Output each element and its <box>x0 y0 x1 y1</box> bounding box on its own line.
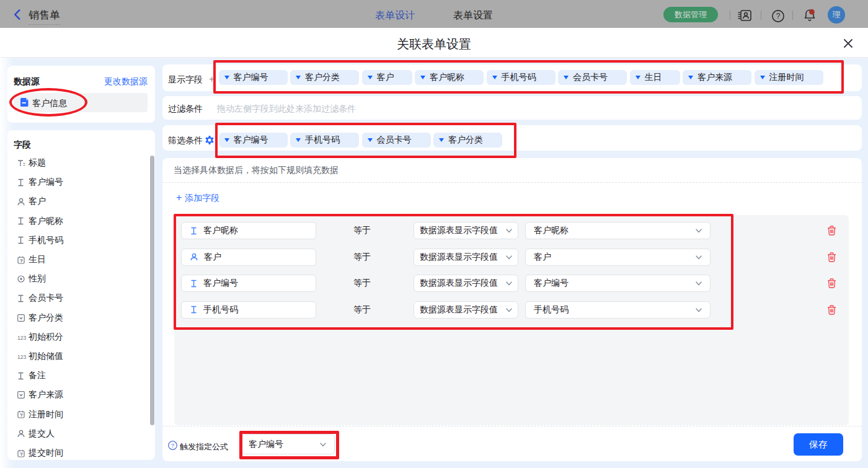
svg-text:123: 123 <box>17 334 26 340</box>
svg-text:?: ? <box>776 12 781 20</box>
svg-text:123: 123 <box>17 354 26 360</box>
svg-text:?: ? <box>171 442 174 449</box>
